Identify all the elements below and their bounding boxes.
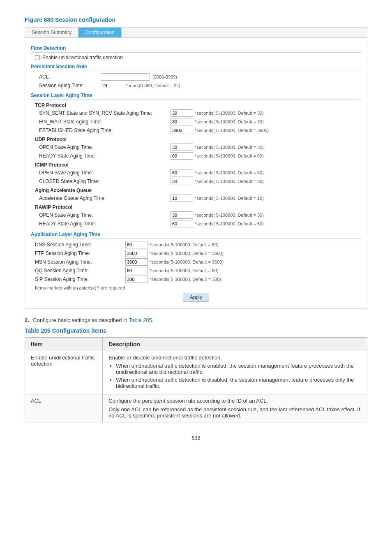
rawip-input-0[interactable] [171,211,193,219]
table205-link[interactable]: Table 205 [129,317,152,323]
table-title: Table 205 Configuration items [25,327,367,334]
row2-desc-intro: Configure the persistent session rule ac… [108,398,361,404]
tcp-label-0: SYN_SENT State and SYN_RCV State Aging T… [39,110,171,116]
tcp-row-2: ESTABLISHED State Aging Time: *seconds( … [39,127,361,134]
udp-input-1[interactable] [171,152,193,160]
step-text: Configure basic settings as described in [33,317,127,323]
table-row: ACL Configure the persistent session rul… [25,394,367,422]
acl-input[interactable] [101,73,150,81]
row2-desc-extra: Only one ACL can be referenced as the pe… [108,406,361,419]
app-label-1: FTP Session Aging Time: [35,250,125,256]
row2-item: ACL [25,394,103,422]
tab-bar: Session Summary Configuration [25,28,367,38]
rawip-row-1: READY State Aging Time: *seconds( 5-1000… [39,220,361,227]
udp-input-0[interactable] [171,144,193,151]
app-row-0: DNS Session Aging Time: *seconds( 5-1000… [35,241,361,248]
aging-accel-input-0[interactable] [171,195,193,202]
session-aging-input[interactable] [101,82,123,89]
row2-description: Configure the persistent session rule ac… [103,394,367,422]
tcp-label-1: FIN_WAIT State Aging Time: [39,119,171,125]
rawip-hint-0: *seconds( 5-100000, Default = 30) [195,213,264,218]
app-row-3: QQ Session Aging Time: *seconds( 5-10000… [35,267,361,274]
app-row-2: MSN Session Aging Time: *seconds( 5-1000… [35,258,361,266]
row1-description: Enable or disable unidirectional traffic… [103,351,367,394]
app-input-2[interactable] [125,258,148,266]
config-table: Item Description Enable unidirectional t… [25,337,367,422]
app-label-4: SIP Session Aging Time: [35,276,125,282]
app-hint-4: *seconds( 5-100000, Default = 300) [150,277,221,282]
udp-hint-1: *seconds( 5-100000, Default = 60) [195,153,264,158]
icmp-header: ICMP Protocol [35,162,361,168]
persistent-session-header: Persistent Session Rule [31,64,361,71]
acl-label: ACL: [39,74,101,80]
rawip-row-0: OPEN State Aging Time: *seconds( 5-10000… [39,211,361,219]
rawip-header: RAWIP Protocol [35,204,361,210]
checkbox-row: Enable unidirectional traffic detection [35,55,361,60]
tcp-input-1[interactable] [171,118,193,125]
row1-bullet-list: When unidirectional traffic detection is… [116,363,361,389]
tcp-hint-0: *seconds( 5-100000, Default = 30) [195,111,264,116]
step-number: 2. [25,317,29,323]
rawip-label-0: OPEN State Aging Time: [39,212,171,218]
app-input-0[interactable] [125,241,148,248]
table-row: Enable unidirectional traffic detection … [25,351,367,394]
udp-label-1: READY State Aging Time: [39,153,171,159]
app-hint-1: *seconds( 5-100000, Default = 3600) [150,251,224,256]
tab-session-summary[interactable]: Session Summary [25,28,78,37]
udp-label-0: OPEN State Aging Time: [39,144,171,150]
app-input-3[interactable] [125,267,148,274]
aging-accel-header: Aging Accelerate Queue [35,188,361,193]
tcp-input-0[interactable] [171,109,193,117]
tcp-hint-1: *seconds( 5-100000, Default = 30) [195,119,264,124]
tcp-row-1: FIN_WAIT State Aging Time: *seconds( 5-1… [39,118,361,125]
row1-bullet-0: When unidirectional traffic detection is… [116,363,361,375]
tcp-input-2[interactable] [171,127,193,134]
acl-row: ACL: (2000-3999) [39,73,361,81]
footer-note: Items marked with an asterisk(*) are req… [35,285,361,290]
app-layer-header: Application Layer Aging Time [31,232,361,239]
icmp-hint-0: *seconds( 5-100000, Default = 60) [195,170,264,175]
app-hint-0: *seconds( 5-100000, Default = 60) [150,242,219,247]
apply-button[interactable]: Apply [183,293,209,302]
app-hint-2: *seconds( 5-100000, Default = 3600) [150,260,224,264]
tcp-label-2: ESTABLISHED State Aging Time: [39,127,171,133]
aging-accel-row-0: Accelerate Queue Aging Time: *seconds( 5… [39,195,361,202]
step-period: . [152,317,154,323]
row1-desc-intro: Enable or disable unidirectional traffic… [108,355,222,361]
row1-bullet-1: When unidirectional traffic detection is… [116,377,361,389]
step2-row: 2. Configure basic settings as described… [25,317,367,323]
checkbox-label: Enable unidirectional traffic detection [42,55,123,60]
tcp-header: TCP Protocol [35,102,361,108]
app-row-4: SIP Session Aging Time: *seconds( 5-1000… [35,276,361,283]
session-layer-header: Session Layer Aging Time [31,93,361,100]
icmp-row-0: OPEN State Aging Time: *seconds( 5-10000… [39,169,361,176]
session-aging-label: Session Aging Time: [39,83,101,88]
rawip-label-1: READY State Aging Time: [39,221,171,227]
flow-detection-header: Flow Detection [31,45,361,53]
udp-row-0: OPEN State Aging Time: *seconds( 5-10000… [39,144,361,151]
config-box: Session Summary Configuration Flow Detec… [25,27,367,309]
app-input-4[interactable] [125,276,148,283]
col-description: Description [103,338,367,351]
rawip-input-1[interactable] [171,220,193,227]
icmp-label-1: CLOSED State Aging Time: [39,178,171,184]
figure-title: Figure 680 Session configuration [25,16,367,23]
icmp-input-0[interactable] [171,169,193,176]
app-input-1[interactable] [125,250,148,257]
col-item: Item [25,338,103,351]
tab-configuration[interactable]: Configuration [78,28,121,37]
udp-header: UDP Protocol [35,137,361,142]
icmp-label-0: OPEN State Aging Time: [39,170,171,176]
app-row-1: FTP Session Aging Time: *seconds( 5-1000… [35,250,361,257]
app-label-3: QQ Session Aging Time: [35,268,125,273]
aging-accel-label-0: Accelerate Queue Aging Time: [39,195,171,201]
apply-btn-row: Apply [31,293,361,304]
unidirectional-checkbox[interactable] [35,55,40,60]
acl-hint: (2000-3999) [152,74,177,79]
icmp-hint-1: *seconds( 5-100000, Default = 30) [195,179,264,184]
rawip-hint-1: *seconds( 5-100000, Default = 60) [195,221,264,226]
icmp-input-1[interactable] [171,178,193,185]
page-number: 638 [25,435,367,441]
aging-accel-hint-0: *seconds( 5-100000, Default = 10) [195,196,264,201]
row1-item: Enable unidirectional traffic detection [25,351,103,394]
